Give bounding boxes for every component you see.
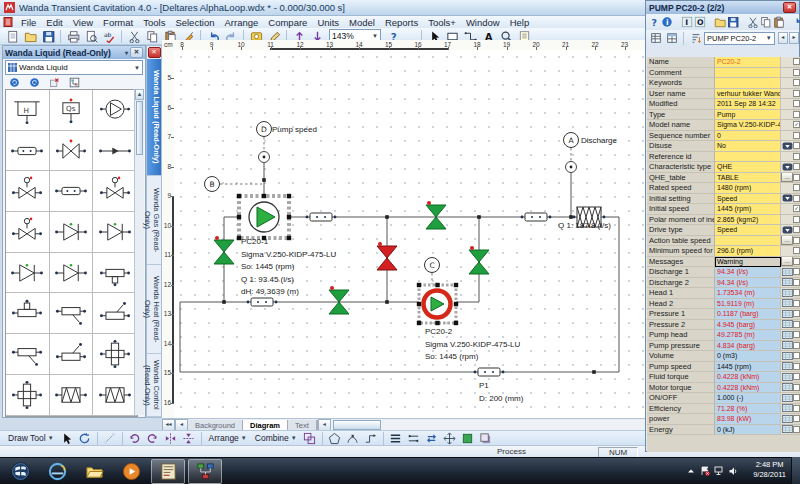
rotate-right-circle-icon[interactable] [25,75,43,90]
property-checkbox[interactable] [793,215,800,226]
property-checkbox[interactable] [793,246,800,257]
property-checkbox[interactable]: ✓ [793,204,800,215]
property-value[interactable]: Speed [715,225,781,236]
property-value[interactable]: 1.000 (-) [715,393,781,404]
menu-help[interactable]: Help [505,17,535,28]
property-value[interactable]: 1.73534 (m) [715,288,781,299]
property-value[interactable]: 0.4228 (kNm) [715,372,781,383]
rotate-right-icon[interactable] [144,431,162,446]
grid-icon[interactable] [664,31,679,45]
chart-control-icon[interactable] [781,330,793,341]
palette-symbol-control-valve-3[interactable] [6,212,50,253]
palette-symbol-pipe[interactable] [6,131,50,172]
property-value[interactable]: TABLE [715,173,781,184]
property-checkbox[interactable] [793,257,800,268]
palette-symbol-actuated-pipe[interactable] [50,171,94,212]
property-value[interactable] [715,68,781,79]
pin-icon[interactable]: ▾ [125,49,128,56]
line-style-icon[interactable] [387,431,405,446]
palette-symbol-wye-down[interactable] [50,293,94,334]
property-value[interactable]: 83.98 (kW) [715,414,781,425]
property-value[interactable]: Pump [715,110,781,121]
property-value[interactable]: 49.2785 (m) [715,330,781,341]
valve-red-closed[interactable] [377,242,397,270]
group-icon[interactable] [301,431,319,446]
pump-PC20-2-selected[interactable] [417,283,458,325]
property-checkbox[interactable] [793,393,800,404]
property-value[interactable]: 71.28 (%) [715,404,781,415]
property-value[interactable] [715,236,781,247]
property-checkbox[interactable]: ✓ [793,120,800,131]
palette-symbol-reservoir[interactable]: H [6,90,50,131]
paste-icon[interactable] [773,15,785,29]
palette-symbol-valve[interactable] [50,131,94,172]
menu-compare[interactable]: Compare [263,17,312,28]
palette-tab-wanda-liquid-read-only[interactable]: Wanda Liquid (Read-Only) [147,59,161,176]
property-value[interactable]: 0 (m3) [715,351,781,362]
property-value[interactable]: Warning [715,257,781,268]
table-icon[interactable] [648,31,663,45]
palette-symbol-check-valve-2[interactable] [93,212,137,253]
palette-symbol-cross-2[interactable] [6,375,50,416]
menu-format[interactable]: Format [98,17,138,28]
palette-symbol-branch-left[interactable] [6,334,50,375]
ellipsis-control-icon[interactable]: ... [781,173,793,184]
property-checkbox[interactable] [793,288,800,299]
menu-model[interactable]: Model [344,17,380,28]
menu-view[interactable]: View [68,17,98,28]
rotate-left-icon[interactable] [126,431,144,446]
action-center-flag-icon[interactable] [700,466,710,476]
property-value[interactable]: 94.34 (l/s) [715,267,781,278]
property-checkbox[interactable] [793,194,800,205]
control-sensor[interactable] [259,152,270,163]
dropdown-control-icon[interactable] [781,141,793,152]
flip-vertical-icon[interactable] [180,431,198,446]
palette-symbol-resist-2[interactable] [93,375,137,416]
chart-control-icon[interactable] [781,288,793,299]
property-checkbox[interactable] [793,309,800,320]
chart-control-icon[interactable] [781,414,793,425]
palette-symbol-branch-right[interactable] [50,334,94,375]
property-value[interactable]: 94.34 (l/s) [715,278,781,289]
hydraulic-node-B[interactable]: B [205,177,220,192]
delete-shape-icon[interactable] [45,75,63,90]
property-checkbox[interactable] [793,351,800,362]
hydraulic-node-C[interactable]: C [425,258,440,273]
chart-control-icon[interactable] [781,309,793,320]
spelling-icon[interactable]: ab [100,29,118,44]
copy-icon[interactable] [760,15,772,29]
combine-menu[interactable]: Combine▼ [251,433,301,443]
palette-close-icon[interactable]: ✕ [130,47,143,58]
diagram-grid-icon[interactable] [65,75,83,90]
property-checkbox[interactable] [793,78,800,89]
property-checkbox[interactable] [793,152,800,163]
property-value[interactable]: 4.834 (barg) [715,341,781,352]
chart-control-icon[interactable] [781,425,793,436]
component-selector-combobox[interactable]: PUMP PC20-2 ▼ [704,32,775,45]
save-icon[interactable] [39,29,57,44]
property-value[interactable]: 0.1187 (barg) [715,309,781,320]
undo-icon[interactable] [793,15,800,29]
panel-close-icon[interactable]: ✕ [148,47,161,58]
sheet-tab-background[interactable]: Background [188,420,243,431]
chart-control-icon[interactable] [781,267,793,278]
palette-symbol-tee-up[interactable] [6,293,50,334]
property-checkbox[interactable] [793,414,800,425]
valve-green-3[interactable] [469,246,489,274]
show-desktop-button[interactable] [791,457,800,484]
palette-symbol-wye-up[interactable] [93,293,137,334]
chart-control-icon[interactable] [781,299,793,310]
palette-symbol-check-valve[interactable] [50,212,94,253]
new-icon[interactable] [3,29,21,44]
property-checkbox[interactable] [793,267,800,278]
palette-symbol-resist[interactable] [50,375,94,416]
scrollbar-thumb[interactable] [136,101,143,155]
taskbar-clock[interactable]: 2:48 PM 9/28/2011 [753,460,786,480]
property-checkbox[interactable] [793,372,800,383]
line-ends-icon[interactable] [405,431,423,446]
palette-tab-wanda-gas-read-only[interactable]: Wanda Gas (Read-Only) [147,176,161,265]
scrollbar-thumb[interactable] [333,420,381,430]
chart-control-icon[interactable] [781,351,793,362]
save-icon[interactable] [727,15,739,29]
property-value[interactable]: Speed [715,194,781,205]
